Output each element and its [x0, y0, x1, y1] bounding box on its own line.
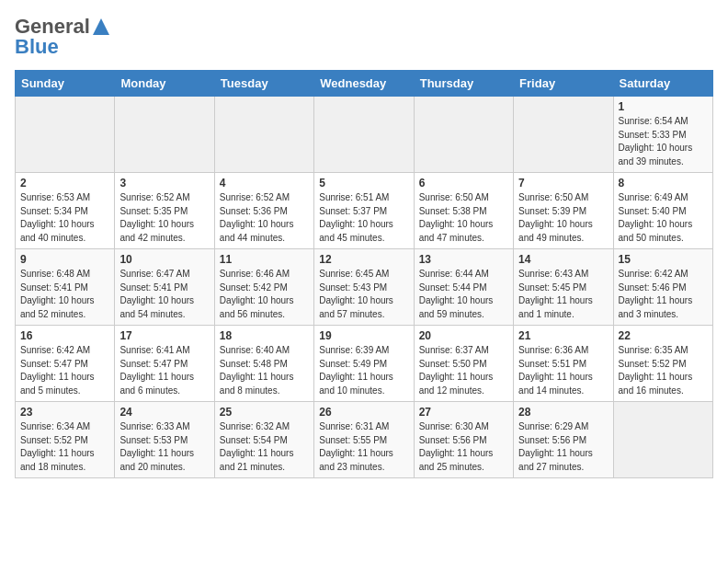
- day-info: Sunrise: 6:54 AM Sunset: 5:33 PM Dayligh…: [619, 115, 708, 168]
- day-number: 10: [119, 253, 209, 266]
- day-info: Sunrise: 6:48 AM Sunset: 5:41 PM Dayligh…: [20, 268, 109, 321]
- day-info: Sunrise: 6:36 AM Sunset: 5:51 PM Dayligh…: [518, 344, 608, 397]
- calendar-cell: 27Sunrise: 6:30 AM Sunset: 5:56 PM Dayli…: [414, 402, 513, 478]
- day-info: Sunrise: 6:33 AM Sunset: 5:53 PM Dayligh…: [119, 420, 209, 474]
- day-number: 12: [319, 253, 408, 266]
- calendar-cell: 23Sunrise: 6:34 AM Sunset: 5:52 PM Dayli…: [16, 402, 115, 478]
- day-number: 3: [119, 177, 209, 190]
- calendar-cell: [16, 97, 115, 173]
- calendar-week-3: 9Sunrise: 6:48 AM Sunset: 5:41 PM Daylig…: [16, 249, 713, 326]
- header-day-monday: Monday: [115, 71, 214, 97]
- day-info: Sunrise: 6:53 AM Sunset: 5:34 PM Dayligh…: [20, 191, 109, 245]
- day-number: 26: [319, 406, 408, 419]
- day-info: Sunrise: 6:37 AM Sunset: 5:50 PM Dayligh…: [419, 344, 508, 397]
- header-day-wednesday: Wednesday: [314, 71, 414, 97]
- day-info: Sunrise: 6:30 AM Sunset: 5:56 PM Dayligh…: [419, 420, 508, 474]
- day-info: Sunrise: 6:35 AM Sunset: 5:52 PM Dayligh…: [619, 344, 708, 397]
- day-info: Sunrise: 6:34 AM Sunset: 5:52 PM Dayligh…: [20, 420, 109, 474]
- calendar-cell: 11Sunrise: 6:46 AM Sunset: 5:42 PM Dayli…: [214, 249, 313, 326]
- calendar-cell: 6Sunrise: 6:50 AM Sunset: 5:38 PM Daylig…: [414, 173, 513, 249]
- header-day-sunday: Sunday: [16, 71, 115, 97]
- day-number: 13: [419, 253, 508, 266]
- calendar-cell: 20Sunrise: 6:37 AM Sunset: 5:50 PM Dayli…: [414, 326, 513, 402]
- calendar-cell: [613, 402, 712, 478]
- calendar-week-2: 2Sunrise: 6:53 AM Sunset: 5:34 PM Daylig…: [16, 173, 713, 249]
- calendar-cell: [115, 97, 214, 173]
- calendar-cell: [314, 97, 414, 173]
- day-number: 5: [319, 177, 408, 190]
- day-number: 15: [619, 253, 708, 266]
- day-info: Sunrise: 6:40 AM Sunset: 5:48 PM Dayligh…: [220, 344, 309, 397]
- day-info: Sunrise: 6:46 AM Sunset: 5:42 PM Dayligh…: [220, 268, 309, 321]
- day-number: 1: [619, 100, 708, 113]
- day-number: 16: [20, 329, 109, 342]
- calendar-week-5: 23Sunrise: 6:34 AM Sunset: 5:52 PM Dayli…: [16, 402, 713, 478]
- calendar-cell: 18Sunrise: 6:40 AM Sunset: 5:48 PM Dayli…: [214, 326, 313, 402]
- calendar-week-4: 16Sunrise: 6:42 AM Sunset: 5:47 PM Dayli…: [16, 326, 713, 402]
- day-info: Sunrise: 6:42 AM Sunset: 5:47 PM Dayligh…: [20, 344, 109, 397]
- header-day-friday: Friday: [514, 71, 613, 97]
- calendar-cell: 24Sunrise: 6:33 AM Sunset: 5:53 PM Dayli…: [115, 402, 214, 478]
- day-number: 11: [220, 253, 309, 266]
- day-info: Sunrise: 6:50 AM Sunset: 5:38 PM Dayligh…: [419, 191, 508, 245]
- day-number: 2: [20, 177, 109, 190]
- logo-icon: [91, 17, 111, 37]
- calendar-cell: 4Sunrise: 6:52 AM Sunset: 5:36 PM Daylig…: [214, 173, 313, 249]
- calendar-cell: 3Sunrise: 6:52 AM Sunset: 5:35 PM Daylig…: [115, 173, 214, 249]
- day-info: Sunrise: 6:47 AM Sunset: 5:41 PM Dayligh…: [119, 268, 209, 321]
- calendar-cell: 12Sunrise: 6:45 AM Sunset: 5:43 PM Dayli…: [314, 249, 414, 326]
- calendar-cell: 1Sunrise: 6:54 AM Sunset: 5:33 PM Daylig…: [613, 97, 712, 173]
- day-number: 9: [20, 253, 109, 266]
- day-number: 25: [220, 406, 309, 419]
- calendar-cell: 10Sunrise: 6:47 AM Sunset: 5:41 PM Dayli…: [115, 249, 214, 326]
- day-number: 4: [220, 177, 309, 190]
- calendar-cell: 17Sunrise: 6:41 AM Sunset: 5:47 PM Dayli…: [115, 326, 214, 402]
- calendar-cell: [214, 97, 313, 173]
- calendar-header: SundayMondayTuesdayWednesdayThursdayFrid…: [16, 71, 713, 97]
- logo: General Blue: [15, 15, 112, 59]
- day-number: 22: [619, 329, 708, 342]
- calendar-week-1: 1Sunrise: 6:54 AM Sunset: 5:33 PM Daylig…: [16, 97, 713, 173]
- day-number: 20: [419, 329, 508, 342]
- header-row: SundayMondayTuesdayWednesdayThursdayFrid…: [16, 71, 713, 97]
- day-number: 7: [518, 177, 608, 190]
- day-info: Sunrise: 6:29 AM Sunset: 5:56 PM Dayligh…: [518, 420, 608, 474]
- day-info: Sunrise: 6:42 AM Sunset: 5:46 PM Dayligh…: [619, 268, 708, 321]
- calendar-cell: 5Sunrise: 6:51 AM Sunset: 5:37 PM Daylig…: [314, 173, 414, 249]
- day-info: Sunrise: 6:52 AM Sunset: 5:36 PM Dayligh…: [220, 191, 309, 245]
- day-number: 28: [518, 406, 608, 419]
- logo-text: General Blue: [15, 15, 112, 59]
- day-info: Sunrise: 6:32 AM Sunset: 5:54 PM Dayligh…: [220, 420, 309, 474]
- day-info: Sunrise: 6:49 AM Sunset: 5:40 PM Dayligh…: [619, 191, 708, 245]
- page-header: General Blue: [15, 15, 713, 59]
- day-number: 19: [319, 329, 408, 342]
- calendar-cell: 26Sunrise: 6:31 AM Sunset: 5:55 PM Dayli…: [314, 402, 414, 478]
- day-info: Sunrise: 6:50 AM Sunset: 5:39 PM Dayligh…: [518, 191, 608, 245]
- calendar-cell: 16Sunrise: 6:42 AM Sunset: 5:47 PM Dayli…: [16, 326, 115, 402]
- header-day-thursday: Thursday: [414, 71, 513, 97]
- calendar-cell: [414, 97, 513, 173]
- calendar-cell: 22Sunrise: 6:35 AM Sunset: 5:52 PM Dayli…: [613, 326, 712, 402]
- header-day-saturday: Saturday: [613, 71, 712, 97]
- calendar-cell: 14Sunrise: 6:43 AM Sunset: 5:45 PM Dayli…: [514, 249, 613, 326]
- day-number: 17: [119, 329, 209, 342]
- day-number: 14: [518, 253, 608, 266]
- day-info: Sunrise: 6:39 AM Sunset: 5:49 PM Dayligh…: [319, 344, 408, 397]
- day-info: Sunrise: 6:52 AM Sunset: 5:35 PM Dayligh…: [119, 191, 209, 245]
- day-number: 27: [419, 406, 508, 419]
- calendar-cell: 28Sunrise: 6:29 AM Sunset: 5:56 PM Dayli…: [514, 402, 613, 478]
- day-info: Sunrise: 6:45 AM Sunset: 5:43 PM Dayligh…: [319, 268, 408, 321]
- calendar-cell: 19Sunrise: 6:39 AM Sunset: 5:49 PM Dayli…: [314, 326, 414, 402]
- day-number: 24: [119, 406, 209, 419]
- day-number: 21: [518, 329, 608, 342]
- calendar-cell: 25Sunrise: 6:32 AM Sunset: 5:54 PM Dayli…: [214, 402, 313, 478]
- calendar-cell: 15Sunrise: 6:42 AM Sunset: 5:46 PM Dayli…: [613, 249, 712, 326]
- calendar-cell: 9Sunrise: 6:48 AM Sunset: 5:41 PM Daylig…: [16, 249, 115, 326]
- calendar-cell: 21Sunrise: 6:36 AM Sunset: 5:51 PM Dayli…: [514, 326, 613, 402]
- calendar-cell: 7Sunrise: 6:50 AM Sunset: 5:39 PM Daylig…: [514, 173, 613, 249]
- calendar-cell: 2Sunrise: 6:53 AM Sunset: 5:34 PM Daylig…: [16, 173, 115, 249]
- header-day-tuesday: Tuesday: [214, 71, 313, 97]
- svg-marker-0: [93, 18, 109, 35]
- day-info: Sunrise: 6:43 AM Sunset: 5:45 PM Dayligh…: [518, 268, 608, 321]
- day-number: 8: [619, 177, 708, 190]
